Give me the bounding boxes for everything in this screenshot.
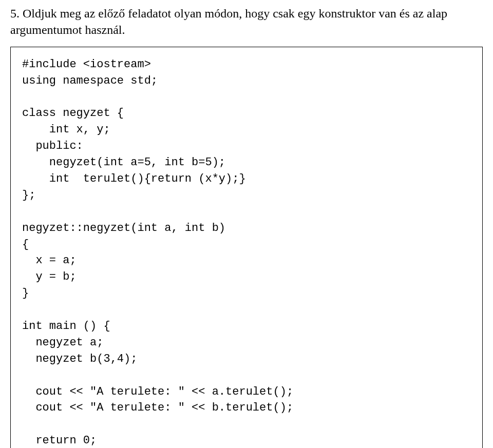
exercise-intro: 5. Oldjuk meg az előző feladatot olyan m… — [10, 5, 483, 38]
code-block: #include <iostream> using namespace std;… — [10, 47, 483, 448]
